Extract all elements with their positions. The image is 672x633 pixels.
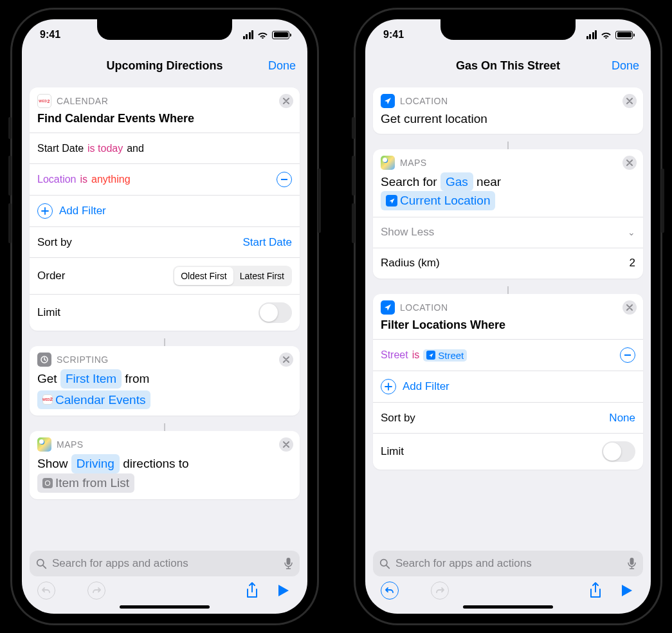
redo-button[interactable]	[424, 579, 455, 602]
sort-by-row[interactable]: Sort by Start Date	[30, 226, 300, 257]
phone-left: 9:41 Upcoming Directions Done 2 CALENDAR	[10, 8, 319, 625]
svg-rect-4	[287, 558, 291, 565]
app-label: LOCATION	[400, 302, 448, 313]
notch	[440, 19, 576, 40]
limit-switch[interactable]	[602, 441, 635, 462]
app-label: CALENDAR	[57, 96, 108, 106]
svg-point-3	[37, 559, 44, 565]
action-filter-locations[interactable]: LOCATION Filter Locations Where Street i…	[373, 294, 643, 470]
plus-icon	[381, 379, 396, 394]
wifi-icon	[257, 31, 268, 39]
limit-switch[interactable]	[259, 302, 292, 323]
action-find-calendar-events[interactable]: 2 CALENDAR Find Calendar Events Where St…	[30, 87, 300, 331]
action-title: Filter Locations Where	[373, 316, 643, 339]
run-button[interactable]	[268, 579, 298, 602]
location-icon	[381, 300, 395, 315]
token-street[interactable]: Street	[423, 349, 467, 362]
share-button[interactable]	[580, 579, 611, 602]
remove-filter-button[interactable]	[277, 172, 292, 187]
app-label: MAPS	[400, 158, 427, 168]
token-calendar-events[interactable]: 2 Calendar Events	[37, 390, 150, 410]
close-icon[interactable]	[279, 94, 293, 108]
add-filter-button[interactable]: Add Filter	[30, 195, 300, 226]
token-driving[interactable]: Driving	[71, 454, 120, 473]
signal-icon	[586, 30, 597, 39]
svg-point-2	[45, 481, 50, 485]
scripting-icon	[37, 353, 51, 367]
filter-row[interactable]: Location is anything	[30, 163, 300, 195]
mic-icon[interactable]	[627, 557, 637, 570]
undo-button[interactable]	[31, 579, 62, 602]
close-icon[interactable]	[622, 94, 637, 108]
search-input[interactable]: Search for apps and actions	[30, 551, 300, 576]
done-button[interactable]: Done	[268, 59, 296, 73]
action-get-item[interactable]: SCRIPTING Get First Item from 2 Calendar…	[30, 346, 300, 416]
nav-bar: Upcoming Directions Done	[22, 50, 307, 81]
location-icon	[381, 94, 395, 108]
search-input[interactable]: Search for apps and actions	[373, 551, 643, 576]
home-indicator[interactable]	[120, 605, 210, 609]
token-gas[interactable]: Gas	[440, 172, 473, 192]
maps-icon	[37, 437, 51, 452]
filter-row[interactable]: Start Date is today and	[30, 133, 300, 163]
plus-icon	[37, 203, 53, 219]
action-title: Get current location	[373, 109, 643, 134]
connector	[507, 142, 509, 149]
order-segmented[interactable]: Oldest First Latest First	[173, 266, 292, 286]
svg-rect-7	[630, 558, 634, 565]
page-title: Gas On This Street	[456, 59, 560, 73]
battery-icon	[615, 31, 633, 39]
calendar-icon: 2	[37, 94, 51, 108]
action-title: Find Calendar Events Where	[30, 109, 300, 133]
add-filter-button[interactable]: Add Filter	[373, 371, 643, 402]
connector	[507, 286, 509, 294]
token-first-item[interactable]: First Item	[60, 369, 122, 389]
mic-icon[interactable]	[284, 557, 293, 570]
status-time: 9:41	[40, 29, 60, 41]
status-time: 9:41	[383, 29, 404, 41]
notch	[97, 19, 232, 40]
app-label: MAPS	[57, 439, 84, 450]
action-get-location[interactable]: LOCATION Get current location	[373, 87, 643, 134]
action-show-directions[interactable]: MAPS Show Driving directions to Item fro…	[30, 431, 300, 499]
limit-row: Limit	[373, 433, 643, 470]
app-label: SCRIPTING	[57, 354, 109, 365]
signal-icon	[243, 30, 254, 39]
maps-icon	[381, 156, 395, 170]
battery-icon	[272, 31, 289, 39]
token-item-from-list[interactable]: Item from List	[37, 473, 134, 493]
wifi-icon	[601, 31, 612, 39]
close-icon[interactable]	[622, 300, 637, 315]
connector	[164, 338, 165, 346]
limit-row: Limit	[30, 294, 300, 331]
svg-rect-0	[281, 179, 287, 180]
token-current-location[interactable]: Current Location	[381, 191, 495, 210]
home-indicator[interactable]	[463, 605, 553, 609]
run-button[interactable]	[611, 579, 642, 602]
svg-rect-5	[624, 354, 631, 356]
radius-row[interactable]: Radius (km) 2	[373, 248, 643, 279]
share-button[interactable]	[237, 579, 268, 602]
done-button[interactable]: Done	[612, 59, 639, 73]
search-icon	[379, 558, 390, 569]
chevron-down-icon: ⌄	[628, 227, 635, 237]
page-title: Upcoming Directions	[106, 59, 222, 73]
action-search-maps[interactable]: MAPS Search for Gas near Current Locatio…	[373, 149, 643, 279]
redo-button[interactable]	[81, 579, 112, 602]
connector	[164, 423, 165, 431]
remove-filter-button[interactable]	[620, 347, 635, 363]
search-icon	[36, 558, 47, 569]
sort-by-row[interactable]: Sort by None	[373, 402, 643, 433]
show-less-row[interactable]: Show Less ⌄	[373, 217, 643, 248]
nav-bar: Gas On This Street Done	[365, 50, 651, 81]
svg-point-6	[381, 559, 387, 565]
order-row: Order Oldest First Latest First	[30, 257, 300, 294]
app-label: LOCATION	[400, 96, 448, 106]
phone-right: 9:41 Gas On This Street Done	[354, 8, 662, 625]
close-icon[interactable]	[622, 156, 637, 170]
undo-button[interactable]	[374, 579, 405, 602]
filter-row[interactable]: Street is Street	[373, 339, 643, 371]
